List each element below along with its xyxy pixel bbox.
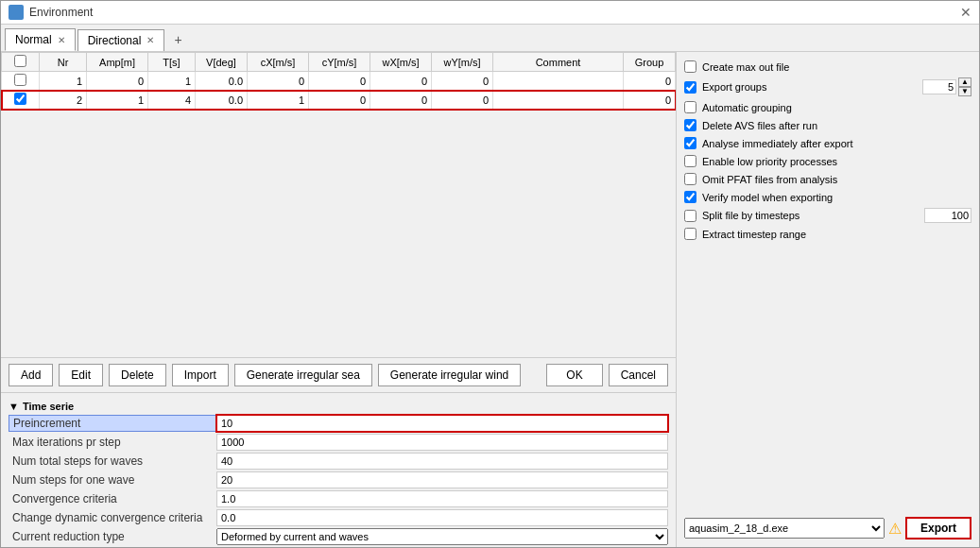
import-button[interactable]: Import: [172, 364, 229, 386]
button-bar: Add Edit Delete Import Generate irregula…: [1, 357, 676, 392]
tab-directional-close[interactable]: ✕: [146, 35, 154, 45]
verify-model-checkbox[interactable]: [684, 191, 696, 203]
spinner-down[interactable]: ▼: [958, 87, 971, 96]
tab-bar: Normal ✕ Directional ✕ +: [1, 25, 979, 52]
split-file-row: Split file by timesteps: [684, 209, 799, 223]
extract-timestep-row: Extract timestep range: [684, 227, 971, 241]
row1-wy[interactable]: 0: [432, 72, 493, 91]
num-steps-wave-row: Num steps for one wave: [9, 471, 668, 489]
row2-cy[interactable]: 0: [309, 91, 370, 110]
spinner-input[interactable]: [922, 79, 956, 94]
spinner-up[interactable]: ▲: [958, 77, 971, 87]
export-groups-checkbox[interactable]: [684, 81, 696, 94]
preincrement-input[interactable]: [216, 415, 668, 432]
time-serie-toggle: ▼: [9, 401, 19, 412]
row1-comment[interactable]: [493, 72, 624, 91]
change-dynamic-label: Change dynamic convergence criteria: [9, 510, 216, 525]
split-value-input[interactable]: [924, 208, 971, 223]
row2-group[interactable]: 0: [624, 91, 676, 110]
infinite-depth-row: Infinite depth: [9, 546, 668, 547]
environment-table: Nr Amp[m] T[s] V[deg] cX[m/s] cY[m/s] wX…: [1, 52, 676, 110]
extract-timestep-checkbox[interactable]: [684, 228, 696, 240]
create-max-out-row: Create max out file: [684, 60, 971, 74]
tab-directional-label: Directional: [88, 34, 142, 47]
max-iterations-row: Max iterations pr step: [9, 433, 668, 452]
current-reduction-label: Current reduction type: [9, 529, 216, 544]
add-button[interactable]: Add: [9, 364, 53, 386]
row1-checkbox-cell[interactable]: [2, 72, 40, 91]
preincrement-label: Preincrement: [9, 415, 216, 432]
row2-wx[interactable]: 0: [370, 91, 432, 110]
automatic-grouping-row: Automatic grouping: [684, 100, 971, 114]
table-spacer: [1, 203, 676, 357]
edit-button[interactable]: Edit: [59, 364, 103, 386]
tab-normal-close[interactable]: ✕: [58, 35, 65, 45]
convergence-row: Convergence criteria: [9, 489, 668, 508]
row2-t[interactable]: 4: [148, 91, 196, 110]
row2-v[interactable]: 0.0: [196, 91, 248, 110]
row1-cx[interactable]: 0: [248, 72, 309, 91]
analyse-immediately-checkbox[interactable]: [684, 137, 696, 149]
max-iterations-label: Max iterations pr step: [9, 435, 216, 450]
change-dynamic-input[interactable]: [216, 509, 668, 526]
tab-normal[interactable]: Normal ✕: [5, 28, 76, 51]
window-title: Environment: [29, 6, 93, 19]
row2-cx[interactable]: 1: [248, 91, 309, 110]
verify-model-label: Verify model when exporting: [702, 192, 833, 203]
app-icon: [9, 5, 24, 20]
row1-cy[interactable]: 0: [309, 72, 370, 91]
main-window: Environment ✕ Normal ✕ Directional ✕ +: [0, 0, 980, 548]
row2-amp[interactable]: 1: [87, 91, 148, 110]
convergence-input[interactable]: [216, 490, 668, 507]
num-total-steps-input[interactable]: [216, 453, 668, 470]
analyse-immediately-row: Analyse immediately after export: [684, 136, 971, 150]
generate-sea-button[interactable]: Generate irregular sea: [234, 364, 372, 386]
verify-model-row: Verify model when exporting: [684, 190, 971, 204]
export-button[interactable]: Export: [905, 517, 971, 539]
ok-button[interactable]: OK: [546, 364, 602, 386]
table-row[interactable]: 1 0 1 0.0 0 0 0 0 0: [2, 72, 676, 91]
row1-amp[interactable]: 0: [87, 72, 148, 91]
num-total-steps-label: Num total steps for waves: [9, 454, 216, 469]
tab-directional[interactable]: Directional ✕: [77, 29, 165, 51]
generate-wind-button[interactable]: Generate irregular wind: [378, 364, 521, 386]
col-wy: wY[m/s]: [432, 53, 493, 72]
current-reduction-select[interactable]: Deformed by current and waves: [216, 528, 668, 545]
max-iterations-input[interactable]: [216, 434, 668, 451]
split-file-label: Split file by timesteps: [702, 210, 799, 221]
row2-comment[interactable]: [493, 91, 624, 110]
table-row[interactable]: 2 1 4 0.0 1 0 0 0 0: [2, 91, 676, 110]
exe-select[interactable]: aquasim_2_18_d.exe: [684, 518, 885, 539]
cancel-button[interactable]: Cancel: [609, 364, 668, 386]
num-steps-wave-input[interactable]: [216, 471, 668, 488]
enable-low-priority-checkbox[interactable]: [684, 155, 696, 167]
split-file-checkbox[interactable]: [684, 210, 696, 222]
window-close-icon[interactable]: ✕: [960, 5, 971, 20]
automatic-grouping-label: Automatic grouping: [702, 102, 792, 113]
change-dynamic-row: Change dynamic convergence criteria: [9, 508, 668, 527]
row2-checkbox[interactable]: [14, 93, 26, 105]
delete-avs-checkbox[interactable]: [684, 119, 696, 131]
time-serie-header[interactable]: ▼ Time serie: [9, 401, 668, 412]
warning-icon: ⚠: [888, 520, 902, 538]
automatic-grouping-checkbox[interactable]: [684, 101, 696, 113]
row2-wy[interactable]: 0: [432, 91, 493, 110]
row1-v[interactable]: 0.0: [196, 72, 248, 91]
right-spacer: [684, 245, 971, 509]
row1-nr[interactable]: 1: [40, 72, 87, 91]
row1-wx[interactable]: 0: [370, 72, 432, 91]
create-max-out-checkbox[interactable]: [684, 60, 696, 73]
omit-pfat-checkbox[interactable]: [684, 173, 696, 185]
num-steps-wave-label: Num steps for one wave: [9, 472, 216, 488]
select-all-checkbox[interactable]: [14, 55, 26, 67]
col-t: T[s]: [148, 53, 196, 72]
row1-t[interactable]: 1: [148, 72, 196, 91]
tab-normal-label: Normal: [15, 33, 52, 46]
row2-nr[interactable]: 2: [40, 91, 87, 110]
row1-checkbox[interactable]: [14, 74, 26, 86]
delete-button[interactable]: Delete: [109, 364, 166, 386]
convergence-label: Convergence criteria: [9, 491, 216, 506]
row1-group[interactable]: 0: [624, 72, 676, 91]
row2-checkbox-cell[interactable]: [2, 91, 40, 110]
tab-add-button[interactable]: +: [166, 28, 189, 51]
